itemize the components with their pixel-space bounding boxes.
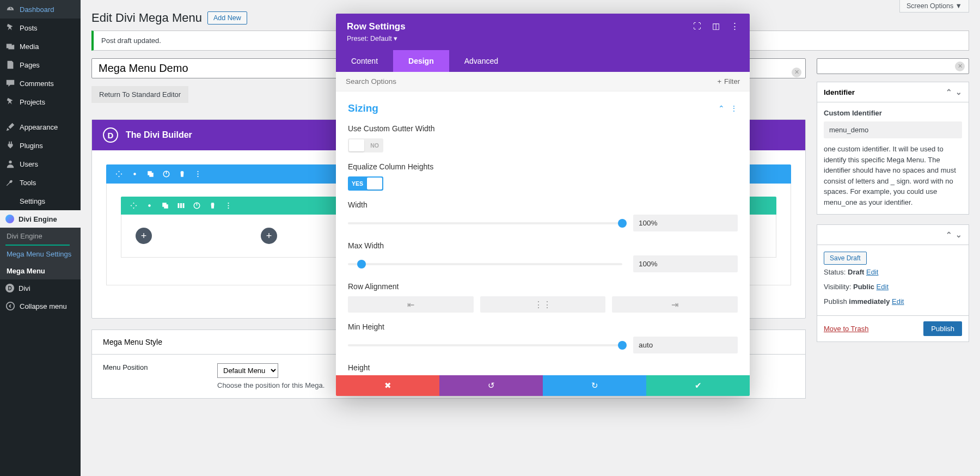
expand-icon[interactable]: ⛶ [693,21,701,31]
screen-options-toggle[interactable]: Screen Options ▼ [899,0,969,13]
save-button[interactable]: ✔ [646,375,750,396]
more-icon[interactable] [194,170,202,178]
permalink-input[interactable] [817,58,969,74]
width-input[interactable] [633,215,738,231]
undo-button[interactable]: ↺ [439,375,543,396]
power-icon[interactable] [162,170,170,178]
chevron-down-icon[interactable]: ⌄ [955,230,962,239]
sidebar-item-tools[interactable]: Tools [0,173,81,192]
row-settings-modal: Row Settings Preset: Default ▾ ⛶ ◫ ⋮ Con… [336,14,750,396]
sidebar-subitem-engine[interactable]: Divi Engine [0,228,81,245]
section-sizing-title[interactable]: Sizing [348,102,378,114]
publish-button[interactable]: Publish [923,321,962,336]
move-icon[interactable] [130,202,138,210]
menu-position-select[interactable]: Default Menu [217,363,278,378]
svg-point-17 [228,205,229,206]
sidebar-item-plugins[interactable]: Plugins [0,136,81,155]
sidebar-item-dashboard[interactable]: Dashboard [0,0,81,19]
return-standard-editor-button[interactable]: Return To Standard Editor [91,86,188,103]
redo-button[interactable]: ↻ [543,375,646,396]
edit-publish-link[interactable]: Edit [892,297,904,306]
divi-engine-icon [5,215,14,223]
duplicate-icon[interactable] [161,202,169,210]
tab-design[interactable]: Design [393,50,449,72]
gear-icon[interactable] [145,202,154,210]
move-icon[interactable] [115,170,123,178]
plug-icon [5,141,15,150]
sidebar-item-settings[interactable]: Settings [0,192,81,210]
more-icon[interactable]: ⋮ [731,21,739,31]
sidebar-item-comments[interactable]: Comments [0,74,81,93]
admin-sidebar: Dashboard Posts Media Pages Comments Pro… [0,0,81,476]
minheight-input[interactable] [633,337,738,353]
move-to-trash-link[interactable]: Move to Trash [824,325,868,333]
gutter-width-toggle[interactable]: NO [348,138,383,152]
add-module-button[interactable]: + [261,228,277,244]
equalize-label: Equalize Column Heights [348,162,738,171]
svg-rect-12 [178,203,180,208]
maxwidth-label: Max Width [348,241,738,250]
svg-point-9 [148,204,151,207]
tab-content[interactable]: Content [336,50,393,72]
sidebar-item-media[interactable]: Media [0,37,81,56]
gear-icon[interactable] [131,170,139,178]
add-new-button[interactable]: Add New [207,11,247,25]
svg-rect-4 [149,173,154,177]
save-draft-button[interactable]: Save Draft [824,252,867,265]
more-icon[interactable] [224,202,232,210]
width-slider[interactable] [348,222,622,224]
maxwidth-input[interactable] [633,255,738,272]
clear-title-icon[interactable]: ✕ [792,68,801,77]
modal-title: Row Settings [347,21,406,32]
sidebox-publish: ⌃⌄ Save Draft Status: Draft Edit Visibil… [817,224,969,342]
sidebar-item-projects[interactable]: Projects [0,93,81,111]
modal-footer: ✖ ↺ ↻ ✔ [336,375,750,396]
edit-visibility-link[interactable]: Edit [877,283,889,291]
modal-header: Row Settings Preset: Default ▾ ⛶ ◫ ⋮ [336,14,750,50]
modal-search-bar: +Filter [336,72,750,91]
cancel-button[interactable]: ✖ [336,375,439,396]
wrench-icon [5,178,15,187]
more-icon[interactable]: ⋮ [730,104,738,113]
clear-icon[interactable]: ✕ [955,62,965,71]
chevron-up-icon[interactable]: ⌃ [946,230,952,239]
filter-button[interactable]: +Filter [718,77,740,86]
snap-icon[interactable]: ◫ [712,21,720,31]
trash-icon[interactable] [209,202,217,210]
sidebar-item-divi[interactable]: DDivi [0,279,81,297]
search-options-input[interactable] [346,77,718,86]
svg-point-18 [228,208,229,209]
add-module-button[interactable]: + [136,228,152,244]
svg-rect-14 [183,203,185,208]
sidebar-subitem-settings[interactable]: Mega Menu Settings [0,246,81,263]
chevron-up-icon[interactable]: ⌃ [946,88,952,96]
svg-point-16 [228,203,229,204]
edit-status-link[interactable]: Edit [866,268,878,276]
trash-icon[interactable] [178,170,186,178]
align-left-button[interactable]: ⇤ [348,296,474,313]
modal-preset[interactable]: Preset: Default ▾ [347,34,406,42]
minheight-slider[interactable] [348,344,622,346]
duplicate-icon[interactable] [146,170,155,178]
equalize-toggle[interactable]: YES [348,176,383,191]
power-icon[interactable] [193,202,201,210]
svg-rect-13 [180,203,182,208]
collapse-icon [5,301,15,311]
sidebar-item-posts[interactable]: Posts [0,19,81,37]
chevron-up-icon[interactable]: ⌃ [718,104,725,113]
tab-advanced[interactable]: Advanced [449,50,513,72]
identifier-value[interactable]: menu_demo [824,121,962,138]
minheight-label: Min Height [348,322,738,331]
sidebar-item-pages[interactable]: Pages [0,56,81,74]
columns-icon[interactable] [177,202,185,210]
align-right-button[interactable]: ⇥ [612,296,738,313]
align-center-button[interactable]: ⋮⋮ [480,296,606,313]
sidebar-subitem-mega-menu[interactable]: Mega Menu [0,263,81,279]
sidebar-item-divi-engine[interactable]: Divi Engine [0,210,81,228]
sidebar-item-appearance[interactable]: Appearance [0,118,81,136]
chevron-down-icon[interactable]: ⌄ [955,88,962,96]
width-label: Width [348,200,738,209]
sidebar-item-users[interactable]: Users [0,155,81,173]
sidebar-item-collapse[interactable]: Collapse menu [0,297,81,315]
maxwidth-slider[interactable] [348,263,622,265]
